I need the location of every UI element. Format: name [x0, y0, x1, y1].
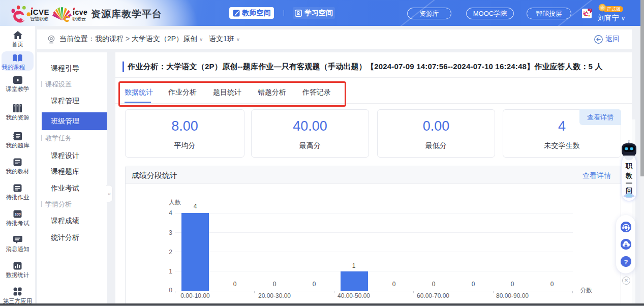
svg-text:?: ?	[624, 258, 628, 266]
svg-text:0: 0	[472, 281, 475, 288]
svg-text:1: 1	[169, 268, 172, 275]
svg-text:0: 0	[550, 281, 554, 288]
svg-text:0: 0	[233, 281, 237, 288]
svg-text:4: 4	[194, 203, 197, 210]
svg-text:0: 0	[169, 287, 172, 294]
svg-text:2: 2	[169, 249, 172, 256]
svg-text:0: 0	[273, 281, 277, 288]
svg-text:0: 0	[313, 281, 316, 288]
svg-text:100: 100	[15, 212, 21, 216]
svg-text:4: 4	[169, 209, 172, 217]
svg-text:60.00-70.00: 60.00-70.00	[417, 292, 449, 299]
svg-text:3: 3	[169, 229, 172, 236]
svg-text:人数: 人数	[169, 199, 181, 206]
svg-text:ICVE: ICVE	[30, 8, 49, 16]
svg-text:80.00-90.00: 80.00-90.00	[496, 292, 529, 299]
svg-text:0.00-10.00: 0.00-10.00	[180, 292, 210, 299]
svg-text:40.00-50.00: 40.00-50.00	[338, 292, 370, 299]
svg-text:0: 0	[432, 281, 436, 288]
svg-text:20.00-30.00: 20.00-30.00	[258, 292, 291, 299]
svg-text:0: 0	[511, 281, 514, 288]
svg-text:职教云: 职教云	[72, 16, 86, 21]
svg-text:分数: 分数	[580, 287, 592, 294]
svg-text:0: 0	[392, 281, 396, 288]
svg-text:1: 1	[352, 262, 356, 269]
svg-text:智慧职教: 智慧职教	[30, 16, 48, 21]
